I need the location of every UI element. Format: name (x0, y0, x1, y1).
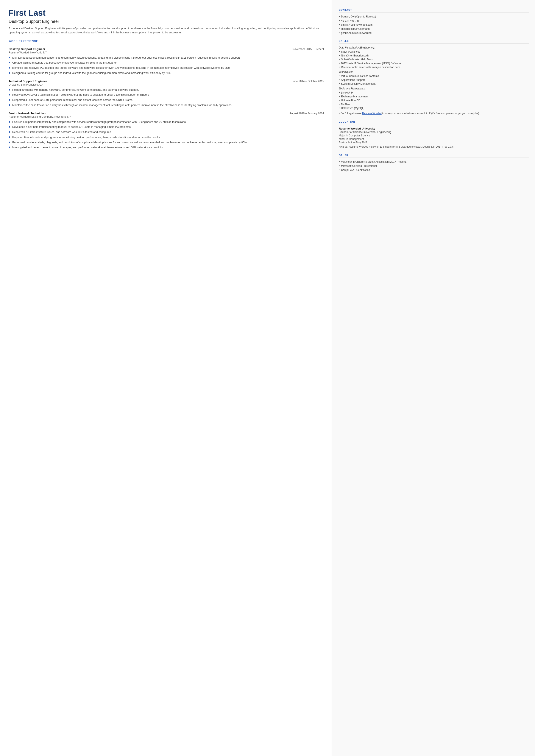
edu-minor: Minor in Management (339, 137, 529, 141)
bullet-item: Maintained the case tracker on a daily b… (9, 103, 324, 107)
job-bullets-2: Ensured equipment compatibility and comp… (9, 120, 324, 150)
bullet-item: Performed on-site analysis, diagnosis, a… (9, 141, 324, 145)
skill-bullet-icon: • (339, 54, 340, 57)
job-dates-1: June 2014 – October 2015 (292, 80, 324, 83)
bullet-item: Designed a training course for groups an… (9, 71, 324, 75)
other-bullet-icon: • (339, 169, 340, 172)
bullet-text: Designed a training course for groups an… (12, 71, 171, 75)
resume-header: First Last Desktop Support Engineer Expe… (9, 9, 324, 35)
skill-bullet-icon: • (339, 99, 340, 102)
skill-text: McAfee (341, 103, 350, 106)
bullet-dot-icon (9, 57, 10, 58)
contact-item-2: •email@resumeworded.com (339, 23, 529, 26)
skills-header: SKILLS (339, 40, 529, 43)
other-item-1: •Microsoft Certified Professional (339, 164, 529, 167)
skills-category-1: Techniques:•Virtual Communications Syste… (339, 70, 529, 85)
contact-item-4: •github.com/resumeworded (339, 32, 529, 35)
bullet-item: Resolved LAN infrastructure issues, and … (9, 130, 324, 134)
bullet-dot-icon (9, 72, 10, 74)
skill-text: SolarWinds Web Help Desk (341, 58, 373, 61)
contact-bullet-icon: • (339, 23, 340, 26)
skill-bullet-icon: • (339, 107, 340, 110)
skill-bullet-icon: • (339, 82, 340, 85)
bullet-text: Maintained the case tracker on a daily b… (12, 103, 231, 107)
bullet-dot-icon (9, 142, 10, 143)
job-2: Junior Network TechnicianAugust 2019 – J… (9, 112, 324, 150)
bullet-dot-icon (9, 104, 10, 106)
bullet-dot-icon (9, 136, 10, 138)
promo-text: • Don't forget to use Resume Worded to s… (339, 111, 529, 115)
job-company-2: Resume Worded's Exciting Company, New Yo… (9, 115, 324, 118)
sidebar: CONTACT •Denver, OH (Open to Remote)•+1-… (332, 0, 535, 756)
bullet-dot-icon (9, 89, 10, 91)
job-title-2: Junior Network Technician (9, 112, 46, 115)
skills-category-name-0: Data Visualization/Engineering: (339, 46, 529, 49)
skills-category-name-1: Techniques: (339, 70, 529, 73)
bullet-text: Prepared 6-month tests and programs for … (12, 135, 160, 139)
skill-bullet-icon: • (339, 78, 340, 81)
skill-text: Linux/Unix (341, 91, 353, 94)
bullet-item: Developed a self-help troubleshooting ma… (9, 125, 324, 129)
bullet-text: identified and resolved PC desktop and l… (12, 66, 230, 70)
bullet-dot-icon (9, 147, 10, 148)
job-1: Technical Support EngineerJune 2014 – Oc… (9, 79, 324, 107)
skill-item: •Ultimate BootCD (339, 99, 529, 102)
skill-item: •BMC Helix IT Service Management (ITSM) … (339, 62, 529, 65)
other-text: CompTIA A+ Certification (341, 169, 370, 172)
education-container: Resume Worded UniversityBachelor of Scie… (339, 127, 529, 149)
main-content: First Last Desktop Support Engineer Expe… (0, 0, 332, 756)
bullet-text: Maintained a list of common concerns and… (12, 56, 240, 60)
other-text: Volunteer in Children's Safety Associati… (341, 160, 407, 163)
bullet-text: Developed a self-help troubleshooting ma… (12, 125, 130, 129)
other-bullet-icon: • (339, 160, 340, 163)
jobs-container: Desktop Support EngineerNovember 2015 – … (9, 47, 324, 150)
skill-bullet-icon: • (339, 95, 340, 98)
skill-item: •Recruiter note: enter skills from job d… (339, 66, 529, 69)
skill-item: •System Security Management (339, 82, 529, 85)
bullet-text: Resolved 90% Level 2 technical support t… (12, 93, 149, 97)
contact-header: CONTACT (339, 9, 529, 13)
bullet-text: Supported a user base of 400+ personnel … (12, 98, 132, 102)
skill-text: NinjaOne (Experienced) (341, 54, 369, 57)
skills-container: Data Visualization/Engineering:•Slack (A… (339, 46, 529, 110)
bullet-item: Maintained a list of common concerns and… (9, 56, 324, 60)
other-section: OTHER •Volunteer in Children's Safety As… (339, 154, 529, 172)
bullet-text: Created training materials that boost ne… (12, 61, 117, 65)
candidate-title: Desktop Support Engineer (9, 19, 324, 24)
skill-text: Slack (Advanced) (341, 50, 361, 53)
bullet-item: Resolved 90% Level 2 technical support t… (9, 93, 324, 97)
edu-institution: Resume Worded University (339, 127, 529, 130)
bullet-item: Prepared 6-month tests and programs for … (9, 135, 324, 139)
bullet-dot-icon (9, 62, 10, 63)
bullet-dot-icon (9, 121, 10, 123)
job-company-0: Resume Worded, New York, NY (9, 51, 324, 54)
contact-section: CONTACT •Denver, OH (Open to Remote)•+1-… (339, 9, 529, 35)
skills-category-0: Data Visualization/Engineering:•Slack (A… (339, 46, 529, 69)
candidate-name: First Last (9, 9, 324, 18)
contact-bullet-icon: • (339, 19, 340, 22)
resume-worded-link[interactable]: Resume Worded (362, 112, 381, 115)
job-title-1: Technical Support Engineer (9, 79, 47, 83)
job-header-0: Desktop Support EngineerNovember 2015 – … (9, 47, 324, 51)
contact-text: +1-234-456-789 (341, 19, 360, 22)
skill-text: Databases (MySQL) (341, 107, 365, 110)
job-company-1: Growthsi, San Francisco, CA (9, 83, 324, 86)
education-header: EDUCATION (339, 121, 529, 124)
skill-item: •Databases (MySQL) (339, 107, 529, 110)
contact-text: email@resumeworded.com (341, 23, 373, 26)
other-item-2: •CompTIA A+ Certification (339, 169, 529, 172)
other-bullet-icon: • (339, 164, 340, 167)
job-bullets-1: Helped 50 clients with general hardware,… (9, 88, 324, 107)
edu-degree: Bachelor of Science in Network Engineeri… (339, 130, 529, 134)
bullet-item: Created training materials that boost ne… (9, 61, 324, 65)
skill-bullet-icon: • (339, 74, 340, 78)
job-dates-0: November 2015 – Present (293, 48, 324, 51)
bullet-dot-icon (9, 131, 10, 133)
skill-bullet-icon: • (339, 50, 340, 53)
contact-item-0: •Denver, OH (Open to Remote) (339, 15, 529, 18)
other-header: OTHER (339, 154, 529, 158)
bullet-item: Investigated and tested the root cause o… (9, 146, 324, 150)
skill-bullet-icon: • (339, 62, 340, 65)
bullet-dot-icon (9, 94, 10, 96)
skill-item: •Slack (Advanced) (339, 50, 529, 53)
